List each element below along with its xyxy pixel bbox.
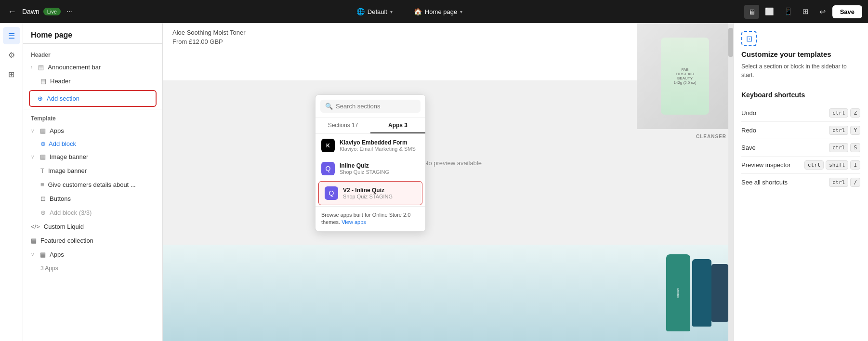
home-icon: 🏠 — [414, 8, 422, 15]
store-name: Dawn — [22, 8, 39, 15]
popup-search-area: 🔍 — [316, 95, 425, 118]
bottom-product-image: Original — [163, 245, 733, 341]
product-area: Aloe Soothing Moist Toner From £12.00 GB… — [163, 23, 733, 81]
grid-button[interactable]: ⊞ — [799, 4, 813, 19]
bottle-3 — [711, 264, 728, 322]
template-icon-area: ⊡ — [741, 31, 860, 46]
image-banner-item[interactable]: ∨ ▤ Image banner — [23, 150, 162, 164]
sidebar-scroll: Header › ▤ Announcement bar ▤ Header ⊕ A… — [23, 44, 162, 341]
chevron-down-icon-apps2: ∨ — [31, 252, 34, 257]
apps-bottom-label: Apps — [50, 251, 64, 258]
chevron-down-icon: ▾ — [390, 9, 393, 14]
popup-item-inline-quiz[interactable]: Q Inline Quiz Shop Quiz STAGING — [316, 157, 425, 180]
v2-quiz-name: V2 - Inline Quiz — [343, 187, 393, 194]
inline-quiz-sub: Shop Quiz STAGING — [340, 169, 389, 175]
add-section-button[interactable]: ⊕ Add section — [29, 90, 157, 107]
header-label: Header — [50, 78, 71, 85]
plus-circle-icon: ⊕ — [40, 140, 46, 147]
give-customers-item[interactable]: ≡ Give customers details about ... — [23, 178, 162, 192]
slash-key: / — [850, 178, 860, 187]
shortcut-redo: Redo ctrl Y — [741, 122, 860, 139]
mobile-button[interactable]: 📱 — [780, 4, 797, 19]
tab-sections[interactable]: Sections 17 — [316, 118, 370, 133]
ctrl-key-save: ctrl — [829, 143, 849, 152]
search-input-wrap: 🔍 — [320, 100, 421, 113]
shift-key: shift — [826, 160, 848, 170]
all-shortcuts-label: See all shortcuts — [741, 179, 788, 186]
v2-quiz-text: V2 - Inline Quiz Shop Quiz STAGING — [343, 187, 393, 199]
custom-liquid-item[interactable]: </> Custom Liquid — [23, 220, 162, 234]
sections-icon-btn[interactable]: ☰ — [3, 27, 20, 44]
undo-keys: ctrl Z — [829, 108, 860, 118]
save-keys: ctrl S — [829, 143, 860, 152]
klaviyo-name: Klaviyo Embedded Form — [340, 139, 416, 146]
header-item[interactable]: ▤ Header — [23, 74, 162, 88]
globe-icon: 🌐 — [356, 8, 365, 15]
preview-label: Preview inspector — [741, 161, 791, 169]
bottle-1: Original — [666, 254, 690, 331]
ctrl-key: ctrl — [829, 108, 849, 118]
bottle-2 — [692, 259, 711, 327]
y-key: Y — [850, 126, 860, 135]
scrollbar-thumb[interactable] — [728, 28, 733, 57]
s-key: S — [850, 143, 860, 152]
default-dropdown[interactable]: 🌐 Default ▾ — [352, 5, 397, 18]
ctrl-key-redo: ctrl — [829, 126, 849, 135]
add-section-popup: 🔍 Sections 17 Apps 3 K — [315, 94, 426, 232]
apps-bottom-item[interactable]: ∨ ▤ Apps — [23, 248, 162, 262]
button-icon: ⊡ — [40, 195, 46, 202]
announcement-bar-item[interactable]: › ▤ Announcement bar — [23, 60, 162, 74]
apps-count-label: 3 Apps — [40, 265, 58, 272]
apps-item[interactable]: ∨ ▤ Apps — [23, 124, 162, 138]
desktop-button[interactable]: 🖥 — [744, 5, 759, 19]
sidebar-title: Home page — [31, 31, 72, 39]
inline-quiz-icon: Q — [321, 162, 335, 175]
sections-tab-label: Sections — [328, 122, 350, 129]
tab-apps[interactable]: Apps 3 — [370, 118, 425, 133]
store-preview: Aloe Soothing Moist Toner From £12.00 GB… — [163, 23, 733, 341]
add-block-disabled-label: Add block (3/3) — [50, 209, 92, 216]
featured-collection-item[interactable]: ▤ Featured collection — [23, 234, 162, 248]
popup-item-v2-quiz[interactable]: Q V2 - Inline Quiz Shop Quiz STAGING — [318, 181, 422, 205]
main-area: ☰ ⚙ ⊞ Home page Header › ▤ Announcement … — [0, 23, 868, 341]
plus-icon: ⊕ — [38, 95, 43, 102]
ctrl-key-preview: ctrl — [804, 160, 824, 170]
featured-icon: ▤ — [31, 237, 37, 244]
product-image: FABFIRST AIDBEAUTY142g (5.0 oz) — [637, 23, 733, 129]
shortcut-preview: Preview inspector ctrl shift I — [741, 157, 860, 174]
header-layout-icon: ▤ — [40, 78, 46, 85]
right-panel-title: Customize your templates — [741, 50, 860, 58]
chevron-down-icon-2: ▾ — [460, 9, 462, 14]
popup-item-klaviyo[interactable]: K Klaviyo Embedded Form Klaviyo: Email M… — [316, 134, 425, 157]
klaviyo-sub: Klaviyo: Email Marketing & SMS — [340, 146, 416, 152]
redo-label: Redo — [741, 127, 756, 134]
preview-keys: ctrl shift I — [804, 160, 860, 170]
apps-count-item: 3 Apps — [23, 262, 162, 275]
image-banner-icon: ▤ — [40, 153, 46, 160]
save-label-sc: Save — [741, 144, 756, 151]
product-image-bottle: FABFIRST AIDBEAUTY142g (5.0 oz) — [661, 38, 709, 115]
settings-icon-btn[interactable]: ⚙ — [3, 46, 20, 64]
tablet-button[interactable]: ⬜ — [761, 4, 778, 19]
add-section-label: Add section — [47, 95, 79, 102]
apps-icon-btn[interactable]: ⊞ — [3, 66, 20, 83]
add-block-button[interactable]: ⊕ Add block — [23, 138, 162, 150]
apps-bottom-icon: ▤ — [40, 251, 46, 258]
add-block-label: Add block — [49, 140, 76, 147]
cleanser-label: CLEANSER — [696, 134, 726, 139]
shortcut-all: See all shortcuts ctrl / — [741, 174, 860, 191]
featured-collection-label: Featured collection — [40, 237, 93, 244]
view-apps-link[interactable]: View apps — [342, 219, 366, 225]
search-input[interactable] — [336, 103, 416, 110]
buttons-label: Buttons — [50, 195, 71, 202]
homepage-dropdown[interactable]: 🏠 Home page ▾ — [409, 5, 467, 18]
undo-button[interactable]: ↩ — [816, 4, 829, 19]
more-button[interactable]: ··· — [65, 5, 75, 18]
save-button[interactable]: Save — [832, 5, 862, 18]
buttons-item[interactable]: ⊡ Buttons — [23, 192, 162, 206]
canvas-scrollbar-v[interactable] — [728, 23, 733, 341]
bottom-bottles: Original — [646, 245, 733, 341]
z-key: Z — [850, 108, 860, 118]
back-button[interactable]: ← — [6, 5, 18, 19]
image-banner-sub-item[interactable]: T Image banner — [23, 164, 162, 178]
